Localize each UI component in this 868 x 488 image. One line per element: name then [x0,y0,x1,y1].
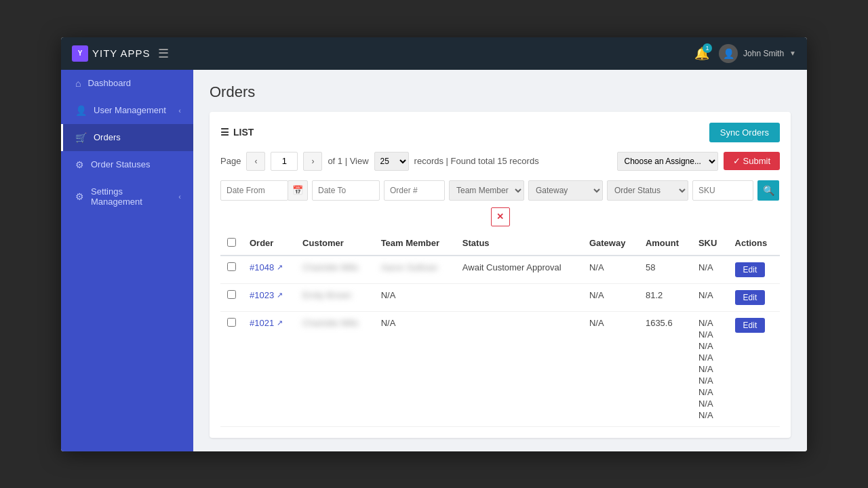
customer-name: Charlotte Mills [302,262,358,272]
order-number: #1048 [250,262,274,272]
select-all-header [220,232,243,256]
list-label: LIST [233,127,254,138]
customer-cell: Emily Brown [296,283,374,311]
table-row: #1023 ↗ Emily Brown N/A N/A 81.2 [220,283,780,311]
status-cell [456,283,583,311]
sidebar: ⌂ Dashboard 👤 User Management ‹ 🛒 Orders… [61,70,193,451]
chevron-icon: ‹ [178,192,181,201]
notification-bell[interactable]: 🔔 1 [694,46,709,61]
sidebar-item-dashboard[interactable]: ⌂ Dashboard [61,70,193,97]
external-link-icon: ↗ [277,319,283,327]
sku-value: N/A [698,410,722,420]
page-number-input[interactable] [271,152,298,171]
team-member-col-header: Team Member [374,232,456,256]
row-checkbox-cell [220,256,243,284]
row-checkbox-cell [220,283,243,311]
orders-icon: 🛒 [75,132,87,143]
filter-clear-row: ✕ [220,207,780,226]
sidebar-item-label: Order Statuses [91,159,150,169]
team-member-select[interactable]: Team Member [449,180,524,201]
prev-page-button[interactable]: ‹ [246,152,265,171]
assignee-select[interactable]: Choose an Assigne... [617,152,718,171]
gateway-cell: N/A [583,283,639,311]
status-cell: Await Customer Approval [456,256,583,284]
next-page-button[interactable]: › [303,152,322,171]
logo-icon: Y [72,45,88,62]
date-to-input[interactable] [312,180,380,201]
sidebar-item-user-management[interactable]: 👤 User Management ‹ [61,97,193,124]
order-number-input[interactable] [384,180,445,201]
page-of-info: of 1 | View [328,156,368,166]
sku-cell: N/A [692,256,728,284]
team-member-cell: Aaron Sullivan [374,256,456,284]
order-link[interactable]: #1048 ↗ [250,262,289,272]
row-checkbox[interactable] [227,318,236,327]
order-status-select[interactable]: Order Status Pending Approved [607,180,688,201]
order-link[interactable]: #1023 ↗ [250,290,289,300]
submit-button[interactable]: ✓ Submit [724,152,780,170]
status-cell [456,311,583,426]
order-statuses-icon: ⚙ [75,159,84,170]
chevron-icon: ‹ [178,106,181,115]
sync-orders-button[interactable]: Sync Orders [709,123,780,142]
gateway-col-header: Gateway [583,232,639,256]
list-title: ☰ LIST [220,127,254,138]
row-checkbox[interactable] [227,290,236,299]
user-chevron-icon: ▼ [789,49,796,57]
order-link[interactable]: #1021 ↗ [250,318,289,328]
card-header: ☰ LIST Sync Orders [220,123,780,142]
actions-cell: Edit [728,283,780,311]
sidebar-item-order-statuses[interactable]: ⚙ Order Statuses [61,151,193,178]
team-member-name: Aaron Sullivan [381,262,438,272]
records-info: records | Found total 15 records [414,156,612,166]
order-cell: #1023 ↗ [243,283,296,311]
customer-name: Emily Brown [302,290,351,300]
sidebar-item-settings-management[interactable]: ⚙ Settings Management ‹ [61,178,193,215]
customer-cell: Charlotte Mills [296,311,374,426]
gateway-cell: N/A [583,311,639,426]
logo-text: YITY APPS [92,47,150,59]
sku-value: N/A [698,318,722,328]
app-body: ⌂ Dashboard 👤 User Management ‹ 🛒 Orders… [61,70,807,451]
customer-name: Charlotte Mills [302,318,358,328]
orders-card: ☰ LIST Sync Orders Page ‹ › of 1 | View … [210,112,791,438]
gateway-select[interactable]: Gateway PayPal Stripe [528,180,603,201]
search-icon: 🔍 [763,185,774,196]
clear-filter-button[interactable]: ✕ [491,207,510,226]
calendar-icon[interactable]: 📅 [288,180,308,201]
row-checkbox[interactable] [227,262,236,271]
sku-value: N/A [698,399,722,409]
actions-col-header: Actions [728,232,780,256]
sku-input[interactable] [692,180,753,201]
hamburger-icon[interactable]: ☰ [158,46,169,61]
user-name: John Smith [743,49,784,58]
user-menu[interactable]: 👤 John Smith ▼ [719,44,796,63]
orders-table: Order Customer Team Member Status Gatewa… [220,232,780,427]
order-number: #1023 [250,290,274,300]
pagination-row: Page ‹ › of 1 | View 25 50 100 records |… [220,152,780,171]
sku-value: N/A [698,352,722,363]
table-row: #1021 ↗ Charlotte Mills N/A N/A 1635.6 [220,311,780,426]
filter-row: 📅 Team Member Gateway PayPal Stripe Orde… [220,180,780,201]
amount-cell: 58 [639,256,692,284]
main-content: Orders ☰ LIST Sync Orders Page ‹ › of 1 [193,70,807,451]
customer-col-header: Customer [296,232,374,256]
gateway-cell: N/A [583,256,639,284]
per-page-select[interactable]: 25 50 100 [374,152,409,171]
sku-col-header: SKU [692,232,728,256]
select-all-checkbox[interactable] [227,238,236,247]
date-from-input[interactable] [220,180,288,201]
sidebar-item-orders[interactable]: 🛒 Orders [61,124,193,151]
search-button[interactable]: 🔍 [757,180,779,201]
page-title: Orders [210,83,791,101]
edit-button[interactable]: Edit [735,262,766,277]
sku-value: N/A [698,341,722,351]
order-cell: #1021 ↗ [243,311,296,426]
order-cell: #1048 ↗ [243,256,296,284]
amount-cell: 1635.6 [639,311,692,426]
page-label: Page [220,156,241,166]
sku-value: N/A [698,375,722,386]
edit-button[interactable]: Edit [735,318,766,333]
actions-cell: Edit [728,311,780,426]
edit-button[interactable]: Edit [735,290,766,305]
